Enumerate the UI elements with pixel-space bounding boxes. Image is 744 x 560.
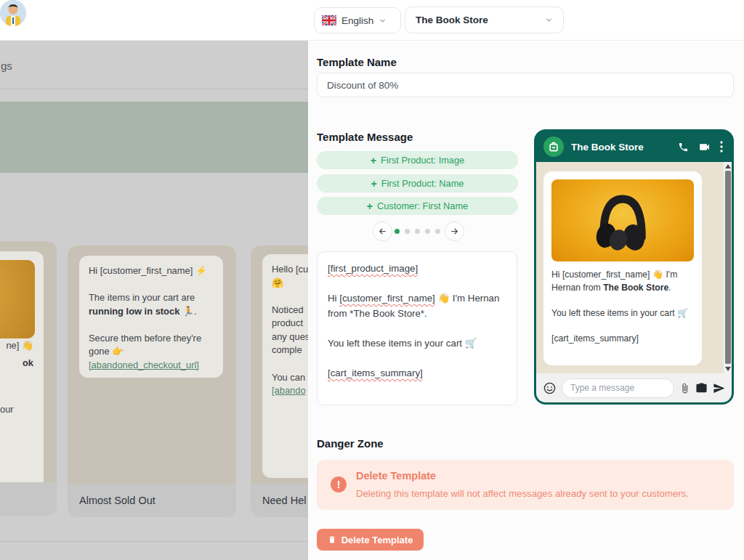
store-selector-value: The Book Store [416,15,488,25]
chat-area: Hi [customer_first_name] 👋 I'm Hernan fr… [536,162,732,373]
carousel-dot[interactable] [405,229,410,234]
chat-title: The Book Store [571,142,668,153]
chip-label: First Product: Name [381,178,464,189]
send-icon[interactable] [713,382,725,394]
chat-input-bar: Type a message [536,373,732,402]
trash-icon [328,535,336,544]
warning-icon: ! [331,476,347,492]
call-icon[interactable] [678,142,689,153]
whatsapp-preview: The Book Store [534,129,734,405]
product-image-headphones [551,179,694,261]
camera-icon[interactable] [695,382,708,394]
template-card-label [0,482,57,516]
template-message-editor[interactable]: [first_product_image] Hi [customer_first… [317,251,517,405]
chip-label: Customer: First Name [377,200,468,211]
alert-description: Deleting this template will not affect m… [356,488,689,499]
clipped-text-fragment: ok [23,357,33,368]
chip-label: First Product: Image [381,155,464,166]
danger-zone-label: Danger Zone [317,437,384,450]
clipped-text-fragment: ne] 👋 [6,340,33,351]
alert-title: Delete Template [356,470,436,482]
add-variable-first-product-image[interactable]: + First Product: Image [317,151,518,169]
template-message-label: Template Message [317,131,413,143]
delete-button-label: Delete Template [341,535,413,545]
carousel-prev-button[interactable] [373,222,392,241]
highlighted-row-band [0,102,308,173]
clipped-heading-fragment: gs [1,60,12,72]
carousel-dot[interactable] [395,229,400,234]
message-bubble: Hi [customer_first_name] ⚡ The items in … [79,256,223,378]
template-editor-panel: Template Name Template Message + First P… [308,41,744,560]
template-card-clipped: ne] 👋 ok our [0,241,57,516]
scroll-down-arrow[interactable] [725,367,731,371]
store-logo-icon [543,137,564,157]
delete-template-alert: ! Delete Template Deleting this template… [317,460,734,510]
carousel-dots[interactable] [395,229,440,234]
scroll-up-arrow[interactable] [725,164,731,169]
emoji-icon[interactable] [543,381,557,395]
message-bubble: ne] 👋 ok our [0,251,44,492]
template-card-almost-sold-out: Hi [customer_first_name] ⚡ The items in … [68,245,236,517]
language-label: English [341,15,373,26]
store-selector[interactable]: The Book Store [405,7,564,33]
arrow-left-icon [378,227,387,236]
add-variable-customer-first-name[interactable]: + Customer: First Name [317,197,518,215]
carousel-dot[interactable] [425,229,430,234]
template-card-need-help: Hello [cu 🤗 Noticed product any ques com… [251,245,308,517]
product-image [0,260,35,338]
language-selector[interactable]: English [314,7,401,33]
clipped-text-fragment: our [0,404,14,415]
plus-icon: + [371,178,377,190]
uk-flag-icon [322,15,336,25]
divider [0,89,308,89]
template-card-label: Need Hel [251,484,308,517]
arrow-right-icon [450,227,459,236]
preview-scrollbar [724,162,732,373]
divider [0,541,308,542]
dimmed-background-panel: gs ne] 👋 ok our Hi [customer_first_name]… [0,41,308,560]
preview-message-text: Hi [customer_first_name] 👋 I'm Hernan fr… [551,269,694,346]
type-a-message-input: Type a message [562,378,674,398]
template-message-text: Hello [cu 🤗 Noticed product any ques com… [272,263,308,398]
plus-icon: + [371,155,376,166]
add-variable-first-product-name[interactable]: + First Product: Name [317,174,518,192]
chevron-down-icon [545,16,553,24]
carousel-dot[interactable] [415,229,420,234]
preview-message-bubble: Hi [customer_first_name] 👋 I'm Hernan fr… [543,171,702,365]
top-bar: English The Book Store [0,0,744,41]
scrollbar-thumb[interactable] [725,171,731,364]
template-name-input[interactable] [317,73,734,97]
plus-icon: + [367,200,373,212]
delete-template-button[interactable]: Delete Template [317,529,424,551]
template-card-label: Almost Sold Out [68,484,236,517]
video-call-icon[interactable] [698,141,711,153]
chat-header: The Book Store [536,131,732,162]
message-bubble: Hello [cu 🤗 Noticed product any ques com… [262,254,308,478]
template-message-text: Hi [customer_first_name] ⚡ The items in … [89,264,214,373]
kebab-menu-icon[interactable] [720,141,723,153]
carousel-next-button[interactable] [445,222,464,241]
chevron-down-icon [379,17,387,25]
template-name-label: Template Name [317,56,397,68]
attachment-icon[interactable] [679,383,690,394]
user-avatar[interactable] [0,0,26,26]
carousel-dot[interactable] [435,229,440,234]
